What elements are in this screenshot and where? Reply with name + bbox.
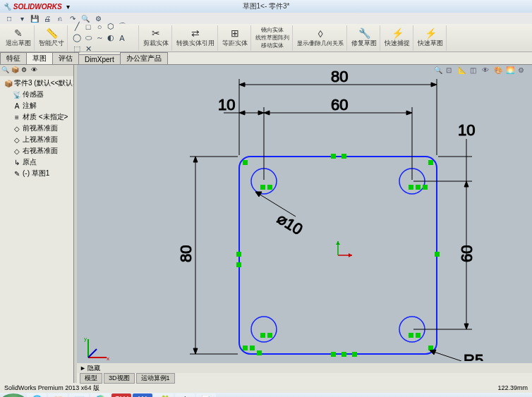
tree-material[interactable]: ≡材质 <未指定> <box>10 111 72 123</box>
svg-rect-19 <box>236 262 241 267</box>
undo-icon[interactable]: ⎌ <box>55 13 65 23</box>
snap-button[interactable]: ⚡快速捕捉 <box>382 25 413 51</box>
origin-icon: ↳ <box>13 158 21 166</box>
tab-evaluate[interactable]: 评估 <box>52 52 79 64</box>
repair-button[interactable]: 🔧修复草图 <box>349 25 380 51</box>
tree-filter-icon[interactable]: 🔍 <box>1 66 10 75</box>
hide-show-icon[interactable]: 👁 <box>482 66 492 76</box>
appearance-icon[interactable]: 🎨 <box>494 66 504 76</box>
tree-display-icon[interactable]: 👁 <box>31 66 40 75</box>
zoom-area-icon[interactable]: ⊡ <box>446 66 456 76</box>
relations-button[interactable]: ◊显示/删除几何关系 <box>294 25 347 51</box>
tree-part-icon[interactable]: 📦 <box>11 66 20 75</box>
tree-sensors[interactable]: 📡传感器 <box>10 89 72 100</box>
bottom-tab-model[interactable]: 模型 <box>80 373 102 384</box>
bottom-tab-motion[interactable]: 运动算例1 <box>136 373 175 384</box>
plane-icon: ◇ <box>13 135 21 144</box>
tree-annotations[interactable]: A注解 <box>10 100 72 111</box>
new-icon[interactable]: □ <box>4 13 14 23</box>
taskbar-explorer[interactable]: 📁 <box>48 393 68 397</box>
save-icon[interactable]: 💾 <box>30 13 40 23</box>
svg-marker-38 <box>239 111 245 115</box>
dim-60-right: 60 <box>458 245 476 262</box>
dimension-lines[interactable]: 80 60 10 10 60 8 <box>177 68 483 361</box>
tab-dimxpert[interactable]: DimXpert <box>78 54 121 64</box>
trim-button[interactable]: ✂剪裁实体 <box>140 25 172 51</box>
sketch-canvas[interactable]: 80 60 10 10 60 8 <box>77 65 528 361</box>
taskbar-app3[interactable]: 📊 <box>196 393 216 397</box>
taskbar-app2[interactable]: ⚙ <box>175 393 195 397</box>
view-settings-icon[interactable]: ⚙ <box>518 66 528 76</box>
start-button[interactable] <box>1 393 25 397</box>
taskbar-word[interactable]: W <box>133 393 152 397</box>
taskbar-browser[interactable]: 🌍 <box>90 393 110 397</box>
slot-tool-icon[interactable]: ⬭ <box>83 33 93 43</box>
taskbar-app1[interactable]: 🧩 <box>154 393 174 397</box>
tree-sketch1[interactable]: ✎(-) 草图1 <box>10 168 72 179</box>
convert-icon: ⇄ <box>191 28 200 39</box>
open-icon[interactable]: ▾ <box>17 13 27 23</box>
svg-marker-39 <box>258 111 264 115</box>
dimension-icon: 📏 <box>46 28 58 39</box>
view-orient-icon[interactable]: 📐 <box>458 66 468 76</box>
zoom-fit-icon[interactable]: 🔍 <box>434 66 444 76</box>
fillet-tool-icon[interactable]: ◐ <box>106 33 116 43</box>
bottom-msg[interactable]: ► 隐藏 <box>80 364 100 373</box>
app-status-bar: SolidWorks Premium 2013 x64 版 122.39mm <box>0 383 532 393</box>
tree-front-plane[interactable]: ◇前视基准面 <box>10 123 72 134</box>
svg-marker-3 <box>336 241 340 245</box>
status-coords: 122.39mm <box>497 384 528 391</box>
svg-rect-13 <box>331 154 336 159</box>
svg-marker-53 <box>193 348 198 354</box>
offset-button[interactable]: ⊞等距实体 <box>219 25 251 51</box>
display-style-icon[interactable]: ◫ <box>470 66 480 76</box>
taskbar-ie[interactable]: 🌐 <box>27 393 47 397</box>
tab-office[interactable]: 办公室产品 <box>120 52 168 64</box>
material-icon: ≡ <box>13 113 21 121</box>
print-icon[interactable]: 🖨 <box>42 13 52 23</box>
circle-tool-icon[interactable]: ○ <box>95 22 104 32</box>
taskbar-solidworks[interactable]: SW <box>111 393 131 397</box>
svg-text:y: y <box>84 336 87 342</box>
mirror-pattern-group[interactable]: 镜向实体线性草图阵列移动实体 <box>253 25 293 51</box>
svg-rect-11 <box>409 333 413 338</box>
ellipse-tool-icon[interactable]: ◯ <box>72 33 82 43</box>
taskbar-mail[interactable]: 📧 <box>69 393 89 397</box>
snap-icon: ⚡ <box>392 28 404 39</box>
tree-right-plane[interactable]: ◇右视基准面 <box>10 145 72 157</box>
sensor-icon: 📡 <box>13 90 21 99</box>
svg-rect-26 <box>257 350 262 355</box>
exit-sketch-button[interactable]: ✎退出草图 <box>3 25 35 51</box>
polygon-tool-icon[interactable]: ⬡ <box>106 22 116 32</box>
feature-tree[interactable]: 📦零件3 (默认<<默认>_显示状态 📡传感器 A注解 ≡材质 <未指定> ◇前… <box>0 76 73 383</box>
text-tool-icon[interactable]: A <box>117 33 127 43</box>
sketch-icon: ✎ <box>13 169 21 178</box>
spline-tool-icon[interactable]: ～ <box>95 33 104 43</box>
rapid-button[interactable]: ⚡快速草图 <box>415 25 447 51</box>
tree-root[interactable]: 📦零件3 (默认<<默认>_显示状态 <box>1 78 72 89</box>
qat-dropdown-icon[interactable]: ▾ <box>66 3 70 11</box>
dim-60-top: 60 <box>331 96 348 114</box>
graphics-viewport[interactable]: 🔍 ⊡ 📐 ◫ 👁 🎨 🌅 ⚙ <box>77 65 532 383</box>
svg-rect-20 <box>435 252 440 257</box>
convert-button[interactable]: ⇄转换实体引用 <box>174 25 218 51</box>
tab-features[interactable]: 特征 <box>0 52 27 64</box>
bottom-tab-3d[interactable]: 3D视图 <box>104 373 135 384</box>
tree-toolbar: 🔍 📦 ⚙ 👁 <box>0 65 73 76</box>
sketch-hole-bl[interactable] <box>251 317 277 342</box>
tree-config-icon[interactable]: ⚙ <box>21 66 30 75</box>
smart-dimension-button[interactable]: 📏智能尺寸 <box>36 25 68 51</box>
svg-rect-9 <box>260 333 265 338</box>
sketch-tools-group: ╱ □ ○ ⬡ ⌒ ◯ ⬭ ～ ◐ A ⬚ ✕ <box>69 25 139 51</box>
tree-origin[interactable]: ↳原点 <box>10 157 72 168</box>
arc-tool-icon[interactable]: ⌒ <box>117 22 127 32</box>
tab-sketch[interactable]: 草图 <box>26 52 53 64</box>
scene-icon[interactable]: 🌅 <box>506 66 516 76</box>
line-tool-icon[interactable]: ╱ <box>72 22 82 32</box>
tree-top-plane[interactable]: ◇上视基准面 <box>10 134 72 145</box>
command-tabs: 特征 草图 评估 DimXpert 办公室产品 <box>0 52 532 65</box>
view-toolbar: 🔍 ⊡ 📐 ◫ 👁 🎨 🌅 ⚙ <box>434 66 528 76</box>
point-tool-icon[interactable]: ✕ <box>83 44 93 54</box>
rect-tool-icon[interactable]: □ <box>83 22 93 32</box>
dim-80-top: 80 <box>331 68 348 85</box>
